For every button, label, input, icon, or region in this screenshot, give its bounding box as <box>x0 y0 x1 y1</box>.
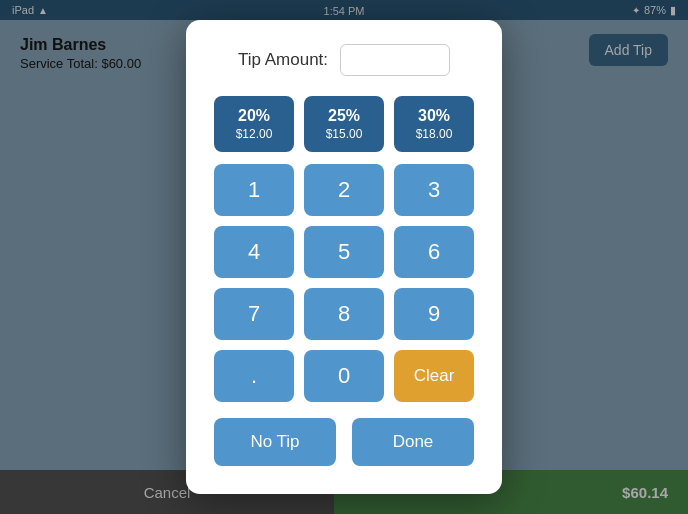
preset-25-amount: $15.00 <box>326 127 363 141</box>
numpad-1[interactable]: 1 <box>214 164 294 216</box>
numpad-dot[interactable]: . <box>214 350 294 402</box>
tip-amount-label: Tip Amount: <box>238 50 328 70</box>
preset-30-amount: $18.00 <box>416 127 453 141</box>
preset-20-button[interactable]: 20% $12.00 <box>214 96 294 152</box>
numpad: 1 2 3 4 5 6 7 8 9 . 0 Clear <box>214 164 474 402</box>
action-row: No Tip Done <box>214 418 474 466</box>
preset-30-button[interactable]: 30% $18.00 <box>394 96 474 152</box>
preset-25-button[interactable]: 25% $15.00 <box>304 96 384 152</box>
done-button[interactable]: Done <box>352 418 474 466</box>
preset-25-percent: 25% <box>328 107 360 125</box>
numpad-6[interactable]: 6 <box>394 226 474 278</box>
preset-20-percent: 20% <box>238 107 270 125</box>
numpad-4[interactable]: 4 <box>214 226 294 278</box>
tip-amount-row: Tip Amount: <box>214 44 474 76</box>
numpad-7[interactable]: 7 <box>214 288 294 340</box>
preset-20-amount: $12.00 <box>236 127 273 141</box>
numpad-5[interactable]: 5 <box>304 226 384 278</box>
numpad-9[interactable]: 9 <box>394 288 474 340</box>
numpad-clear[interactable]: Clear <box>394 350 474 402</box>
preset-row: 20% $12.00 25% $15.00 30% $18.00 <box>214 96 474 152</box>
preset-30-percent: 30% <box>418 107 450 125</box>
numpad-0[interactable]: 0 <box>304 350 384 402</box>
numpad-2[interactable]: 2 <box>304 164 384 216</box>
tip-amount-input[interactable] <box>340 44 450 76</box>
numpad-8[interactable]: 8 <box>304 288 384 340</box>
tip-modal: Tip Amount: 20% $12.00 25% $15.00 30% $1… <box>186 20 502 494</box>
numpad-3[interactable]: 3 <box>394 164 474 216</box>
no-tip-button[interactable]: No Tip <box>214 418 336 466</box>
